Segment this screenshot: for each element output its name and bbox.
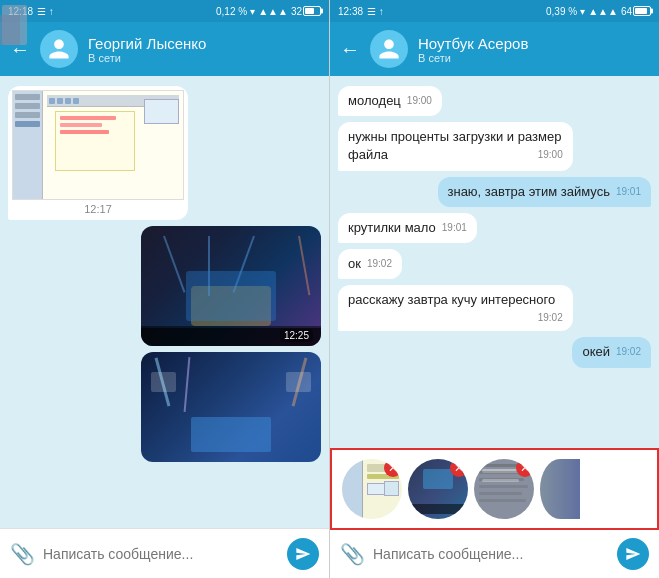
message-text: молодец	[348, 93, 401, 108]
message-time: 19:02	[616, 345, 641, 359]
message-input-right[interactable]	[373, 546, 609, 562]
bubble: расскажу завтра кучу интересного 19:02	[338, 285, 573, 331]
message-row: расскажу завтра кучу интересного 19:02	[338, 285, 651, 331]
message-time: 19:02	[538, 311, 563, 325]
message-time-screenshot: 12:17	[12, 200, 184, 216]
percent-left: 0,12 %	[216, 6, 247, 17]
send-button-right[interactable]	[617, 538, 649, 570]
bubble: знаю, завтра этим займусь 19:01	[438, 177, 652, 207]
signal-bars-left: ▲▲▲	[258, 6, 288, 17]
message-row: знаю, завтра этим займусь 19:01	[338, 177, 651, 207]
concert-image-2	[141, 352, 321, 462]
left-screen: 12:18 ☰ ↑ 0,12 % ▾ ▲▲▲ 32 ← Георгий Лысе…	[0, 0, 330, 578]
back-button-right[interactable]: ←	[340, 38, 360, 61]
bubble: крутилки мало 19:01	[338, 213, 477, 243]
message-row: нужны проценты загрузки и размер файла 1…	[338, 122, 651, 170]
bubble: окей 19:02	[572, 337, 651, 367]
message-time: 19:02	[367, 257, 392, 271]
time-right: 12:38	[338, 6, 363, 17]
chat-area-right[interactable]: молодец 19:00 нужны проценты загрузки и …	[330, 76, 659, 448]
preview-thumb-4[interactable]	[540, 459, 580, 519]
message-row: крутилки мало 19:01	[338, 213, 651, 243]
bubble: ок 19:02	[338, 249, 402, 279]
wifi-icon-right: ▾	[580, 6, 585, 17]
signal-icons-left: ☰ ↑	[37, 6, 54, 17]
message-text: крутилки мало	[348, 220, 436, 235]
preview-thumb-2[interactable]: ✕	[408, 459, 468, 519]
chat-header-right: ← Ноутбук Асеров В сети	[330, 22, 659, 76]
contact-name-right: Ноутбук Асеров	[418, 35, 528, 52]
remove-thumb-3[interactable]: ✕	[516, 459, 534, 477]
message-time-concert1: 12:25	[280, 329, 313, 342]
chat-header-left: ← Георгий Лысенко В сети	[0, 22, 329, 76]
message-time: 19:01	[616, 185, 641, 199]
chat-area-left[interactable]: 12:17 12:25	[0, 76, 329, 528]
remove-thumb-2[interactable]: ✕	[450, 459, 468, 477]
remove-thumb-1[interactable]: ✕	[384, 459, 402, 477]
contact-status-left: В сети	[88, 52, 206, 64]
message-input-left[interactable]	[43, 546, 279, 562]
attachment-preview-bar: ✕ ✕ ✕	[330, 448, 659, 528]
signal-bars-right: ▲▲▲	[588, 6, 618, 17]
message-time: 19:00	[407, 94, 432, 108]
avatar-right	[370, 30, 408, 68]
message-row	[8, 352, 321, 462]
attach-button-left[interactable]: 📎	[10, 542, 35, 566]
send-button-left[interactable]	[287, 538, 319, 570]
message-row: 12:17	[8, 86, 321, 220]
preview-thumb-3[interactable]: ✕	[474, 459, 534, 519]
message-row: 12:25	[8, 226, 321, 346]
message-text: окей	[582, 344, 610, 359]
signal-icons-right: ☰ ↑	[367, 6, 384, 17]
concert-image-1	[141, 226, 321, 346]
screenshot-bubble: 12:17	[8, 86, 188, 220]
battery-left: 32	[291, 6, 321, 17]
message-time: 19:00	[538, 148, 563, 162]
contact-status-right: В сети	[418, 52, 528, 64]
battery-icon-right	[633, 6, 651, 16]
status-bar-left: 12:18 ☰ ↑ 0,12 % ▾ ▲▲▲ 32	[0, 0, 329, 22]
preview-thumb-1[interactable]: ✕	[342, 459, 402, 519]
wifi-icon-left: ▾	[250, 6, 255, 17]
contact-name-left: Георгий Лысенко	[88, 35, 206, 52]
bubble: молодец 19:00	[338, 86, 442, 116]
message-time: 19:01	[442, 221, 467, 235]
status-bar-right: 12:38 ☰ ↑ 0,39 % ▾ ▲▲▲ 64	[330, 0, 659, 22]
input-bar-right: 📎	[330, 528, 659, 578]
input-bar-left: 📎	[0, 528, 329, 578]
message-row: ок 19:02	[338, 249, 651, 279]
message-text: ок	[348, 256, 361, 271]
avatar-left	[40, 30, 78, 68]
message-text: знаю, завтра этим займусь	[448, 184, 610, 199]
right-screen: 12:38 ☰ ↑ 0,39 % ▾ ▲▲▲ 64 ← Ноутбук Асер…	[330, 0, 659, 578]
attach-button-right[interactable]: 📎	[340, 542, 365, 566]
battery-icon-left	[303, 6, 321, 16]
message-row: молодец 19:00	[338, 86, 651, 116]
message-text: нужны проценты загрузки и размер файла	[348, 129, 561, 162]
percent-right: 0,39 %	[546, 6, 577, 17]
battery-right: 64	[621, 6, 651, 17]
message-row: окей 19:02	[338, 337, 651, 367]
message-text: расскажу завтра кучу интересного	[348, 292, 555, 307]
bubble: нужны проценты загрузки и размер файла 1…	[338, 122, 573, 170]
